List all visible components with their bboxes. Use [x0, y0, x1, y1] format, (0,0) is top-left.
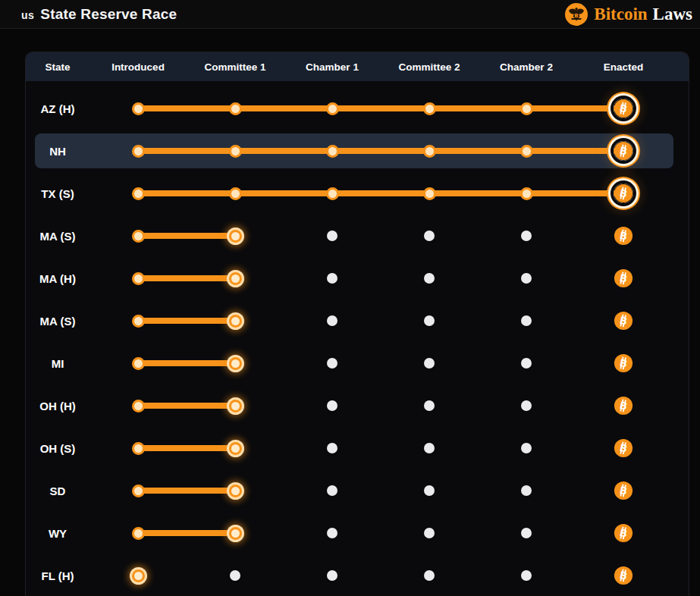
stage-committee1 — [187, 130, 284, 172]
table-row[interactable]: MA (S) B — [26, 300, 689, 342]
stage-committee1 — [187, 384, 284, 427]
bitcoin-coin-icon: B — [614, 566, 633, 585]
stage-dot — [520, 187, 533, 200]
stage-dot — [423, 102, 436, 115]
stage-committee1 — [187, 469, 284, 512]
stage-chamber1 — [284, 172, 381, 215]
stage-committee2 — [381, 87, 478, 130]
col-header-chamber2: Chamber 2 — [478, 61, 575, 73]
stage-introduced — [89, 469, 187, 512]
stage-enacted: B — [575, 300, 672, 342]
stage-committee2 — [381, 215, 478, 257]
stage-enacted: B — [575, 469, 672, 512]
table-row[interactable]: OH (S) B — [26, 427, 689, 469]
stage-introduced — [89, 172, 187, 215]
stage-chamber1 — [284, 469, 381, 512]
stage-dot — [424, 443, 435, 453]
stage-dot — [229, 442, 242, 455]
stage-dot — [229, 145, 242, 158]
stage-introduced — [89, 87, 187, 130]
table-row[interactable]: MA (H) B — [26, 257, 689, 300]
stage-chamber2 — [478, 87, 575, 130]
stage-enacted: B — [575, 257, 672, 300]
stage-dot — [424, 528, 435, 538]
stage-committee1 — [187, 172, 284, 215]
col-header-introduced: Introduced — [89, 61, 187, 73]
stage-dot — [521, 443, 532, 453]
stage-dot — [424, 231, 435, 241]
stage-dot — [229, 187, 242, 200]
stage-dot — [132, 187, 145, 200]
rows: AZ (H) B NH — [26, 81, 689, 596]
stage-enacted: B — [575, 512, 672, 554]
stage-dot — [521, 528, 532, 538]
stage-dot — [132, 527, 145, 540]
bitcoin-coin-icon: B — [614, 184, 633, 203]
table-row[interactable]: WY B — [26, 512, 689, 554]
state-reserve-race-panel: State Introduced Committee 1 Chamber 1 C… — [25, 52, 689, 596]
stage-dot — [521, 273, 532, 284]
stage-introduced — [89, 257, 187, 300]
table-row[interactable]: FL (H) B — [26, 554, 689, 596]
stage-committee2 — [381, 342, 478, 384]
stage-dot — [229, 357, 242, 370]
state-label: FL (H) — [26, 569, 89, 582]
table-row[interactable]: MA (S) B — [26, 215, 689, 257]
stage-chamber1 — [284, 300, 381, 342]
state-label: MA (H) — [26, 272, 89, 285]
stage-committee2 — [381, 384, 478, 427]
table-row[interactable]: OH (H) B — [26, 384, 689, 427]
table-row[interactable]: AZ (H) B — [26, 87, 689, 130]
col-header-enacted: Enacted — [575, 61, 672, 73]
bitcoin-coin-icon: B — [614, 99, 633, 118]
stage-dot — [521, 400, 532, 411]
state-label: AZ (H) — [26, 102, 89, 115]
stage-dot — [327, 315, 337, 326]
stage-dot — [521, 485, 532, 496]
stage-dot — [229, 400, 242, 412]
us-flag-prefix: us — [21, 9, 34, 21]
bitcoin-coin-icon: B — [614, 523, 633, 543]
stage-chamber2 — [478, 427, 575, 469]
col-header-chamber1: Chamber 1 — [284, 61, 381, 73]
bitcoin-coin-icon: B — [614, 268, 633, 288]
stage-dot — [132, 485, 145, 497]
stage-enacted: B — [575, 215, 672, 257]
bitcoin-coin-icon: B — [614, 353, 633, 373]
stage-chamber2 — [478, 342, 575, 384]
brand-logo[interactable]: B BitcoinLaws — [564, 2, 692, 27]
stage-dot — [327, 231, 337, 241]
table-row[interactable]: NH B — [26, 130, 689, 172]
stage-enacted: B — [575, 130, 672, 172]
stage-dot — [326, 145, 339, 158]
stage-dot — [423, 145, 436, 158]
bitcoin-coin-icon: B — [614, 396, 633, 416]
stage-chamber1 — [284, 215, 381, 257]
stage-dot — [132, 400, 145, 412]
stage-dot — [326, 187, 339, 200]
stage-dot — [327, 485, 337, 496]
stage-dot — [229, 230, 242, 243]
stage-enacted: B — [575, 342, 672, 384]
stage-introduced — [89, 427, 187, 469]
stage-enacted: B — [575, 172, 672, 215]
bitcoin-coin-icon: B — [614, 481, 633, 500]
table-row[interactable]: SD B — [26, 469, 689, 512]
stage-enacted: B — [575, 554, 672, 596]
table-row[interactable]: MI B — [26, 342, 689, 384]
stage-committee2 — [381, 427, 478, 469]
stage-chamber1 — [284, 427, 381, 469]
state-label: OH (H) — [26, 400, 89, 412]
stage-chamber1 — [284, 554, 381, 596]
stage-committee1 — [187, 300, 284, 342]
stage-chamber2 — [478, 215, 575, 257]
stage-introduced — [89, 215, 187, 257]
stage-dot — [229, 527, 242, 540]
stage-chamber2 — [478, 512, 575, 554]
stage-chamber2 — [478, 554, 575, 596]
stage-chamber2 — [478, 257, 575, 300]
table-row[interactable]: TX (S) B — [26, 172, 689, 215]
stage-dot — [326, 102, 339, 115]
stage-committee2 — [381, 300, 478, 342]
stage-dot — [424, 400, 435, 411]
